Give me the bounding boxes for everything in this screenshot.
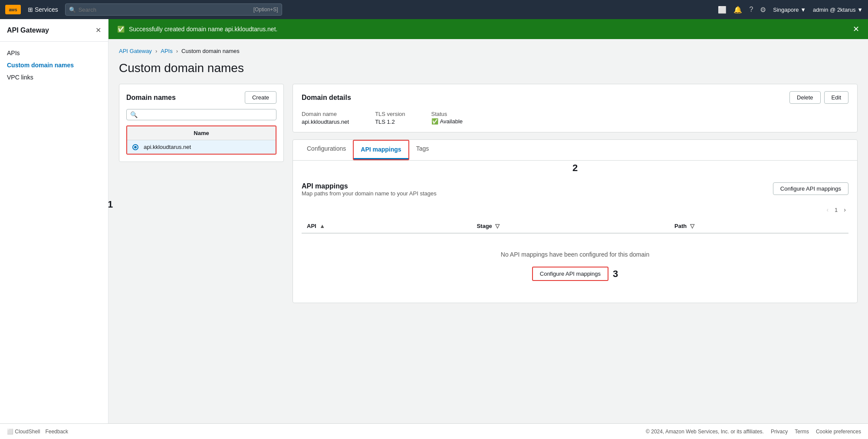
name-column-header: Name bbox=[127, 126, 276, 140]
path-column-header[interactable]: Path ▽ bbox=[669, 219, 848, 233]
breadcrumb-sep-1: › bbox=[155, 48, 157, 54]
domain-search-box[interactable]: 🔍 bbox=[126, 109, 276, 120]
pagination: ‹ 1 › bbox=[302, 205, 848, 214]
bell-icon[interactable]: 🔔 bbox=[733, 6, 742, 14]
domain-info-grid: Domain name api.kkloudtarus.net TLS vers… bbox=[302, 111, 848, 125]
services-menu[interactable]: ⊞ Services bbox=[24, 4, 62, 15]
right-panel: Domain details Delete Edit Domain name a… bbox=[293, 84, 858, 303]
domain-name-text: api.kkloudtarus.net bbox=[144, 144, 191, 150]
region-selector[interactable]: Singapore ▼ bbox=[773, 7, 806, 13]
terms-link[interactable]: Terms bbox=[795, 429, 809, 435]
next-page-button[interactable]: › bbox=[841, 205, 848, 214]
sidebar-title: API Gateway bbox=[7, 26, 49, 34]
annotation-1: 1 bbox=[108, 199, 113, 210]
success-banner: ✅ Successfully created domain name api.k… bbox=[108, 19, 868, 39]
breadcrumb-current: Custom domain names bbox=[181, 48, 240, 54]
sidebar-header: API Gateway ✕ bbox=[0, 26, 108, 42]
check-icon: ✅ bbox=[117, 26, 125, 33]
domain-table-container: Name api.kkloudtarus.net bbox=[126, 125, 276, 155]
delete-button[interactable]: Delete bbox=[789, 91, 821, 104]
search-input[interactable] bbox=[79, 7, 251, 13]
grid-icon: ⊞ bbox=[28, 6, 33, 13]
path-sort-icon: ▽ bbox=[690, 223, 694, 229]
breadcrumb-apis[interactable]: APIs bbox=[161, 48, 172, 54]
breadcrumb: API Gateway › APIs › Custom domain names bbox=[119, 48, 858, 54]
domain-names-header: Domain names Create bbox=[126, 91, 276, 104]
terminal-icon[interactable]: ⬜ bbox=[718, 6, 727, 14]
sidebar: API Gateway ✕ APIs Custom domain names V… bbox=[0, 19, 108, 439]
feedback-link[interactable]: Feedback bbox=[45, 429, 68, 435]
breadcrumb-sep-2: › bbox=[176, 48, 178, 54]
sidebar-nav: APIs Custom domain names VPC links bbox=[0, 47, 108, 83]
breadcrumb-api-gateway[interactable]: API Gateway bbox=[119, 48, 152, 54]
domain-list-item[interactable]: api.kkloudtarus.net bbox=[127, 140, 276, 154]
status-field: Status ✅ Available bbox=[431, 111, 463, 125]
tabs-header: Configurations API mappings Tags bbox=[293, 140, 857, 161]
domain-names-title: Domain names bbox=[126, 94, 176, 102]
annotation-3: 3 bbox=[613, 268, 618, 280]
sidebar-item-apis[interactable]: APIs bbox=[0, 47, 108, 59]
api-mappings-title: API mappings bbox=[302, 182, 437, 190]
domain-search-input[interactable] bbox=[140, 112, 273, 118]
stage-column-header[interactable]: Stage ▽ bbox=[471, 219, 669, 233]
status-label: Status bbox=[431, 111, 463, 117]
question-icon[interactable]: ? bbox=[749, 6, 753, 13]
tab-content-api-mappings: API mappings Map paths from your domain … bbox=[293, 174, 857, 303]
domain-details-card: Domain details Delete Edit Domain name a… bbox=[293, 84, 858, 132]
tab-api-mappings[interactable]: API mappings bbox=[354, 141, 408, 159]
bottom-bar: ⬜ CloudShell Feedback © 2024, Amazon Web… bbox=[0, 423, 868, 439]
stage-sort-icon: ▽ bbox=[495, 223, 500, 229]
configure-api-mappings-bottom-button[interactable]: Configure API mappings bbox=[532, 267, 608, 281]
sidebar-close-button[interactable]: ✕ bbox=[95, 26, 101, 34]
page-number: 1 bbox=[835, 207, 838, 213]
domain-details-title: Domain details bbox=[302, 94, 351, 102]
success-message: Successfully created domain name api.kkl… bbox=[129, 26, 277, 33]
settings-icon[interactable]: ⚙ bbox=[760, 6, 766, 14]
cookie-preferences-link[interactable]: Cookie preferences bbox=[816, 429, 861, 435]
domain-details-actions: Delete Edit bbox=[789, 91, 848, 104]
search-icon: 🔍 bbox=[69, 7, 76, 13]
tls-version-field: TLS version TLS 1.2 bbox=[375, 111, 405, 125]
tls-value: TLS 1.2 bbox=[375, 119, 395, 125]
aws-logo: aws bbox=[5, 5, 21, 14]
configure-api-mappings-top-button[interactable]: Configure API mappings bbox=[773, 182, 848, 195]
api-column-header[interactable]: API ▲ bbox=[302, 219, 471, 233]
banner-close-button[interactable]: ✕ bbox=[853, 24, 859, 34]
user-menu[interactable]: admin @ 2ktarus ▼ bbox=[813, 7, 863, 13]
sidebar-item-custom-domain-names[interactable]: Custom domain names bbox=[0, 59, 108, 71]
create-button[interactable]: Create bbox=[245, 91, 276, 104]
radio-selected bbox=[132, 144, 138, 150]
sidebar-item-vpc-links[interactable]: VPC links bbox=[0, 71, 108, 83]
cloudshell-button[interactable]: ⬜ CloudShell bbox=[7, 429, 40, 435]
empty-mappings-message: No API mappings have been configured for… bbox=[302, 234, 848, 267]
configure-center-area: Configure API mappings 3 bbox=[302, 267, 848, 294]
tab-tags[interactable]: Tags bbox=[409, 140, 436, 160]
check-circle-icon: ✅ bbox=[431, 118, 438, 125]
edit-button[interactable]: Edit bbox=[824, 91, 848, 104]
domain-name-value: api.kkloudtarus.net bbox=[302, 119, 349, 125]
api-mappings-description: Map paths from your domain name to your … bbox=[302, 190, 437, 197]
tab-configurations[interactable]: Configurations bbox=[300, 140, 353, 160]
privacy-link[interactable]: Privacy bbox=[771, 429, 788, 435]
tls-label: TLS version bbox=[375, 111, 405, 117]
domain-details-header: Domain details Delete Edit bbox=[302, 91, 848, 104]
main-content: ✅ Successfully created domain name api.k… bbox=[108, 19, 868, 439]
top-navigation: aws ⊞ Services 🔍 [Option+S] ⬜ 🔔 ? ⚙ Sing… bbox=[0, 0, 868, 19]
prev-page-button[interactable]: ‹ bbox=[824, 205, 831, 214]
search-bar[interactable]: 🔍 [Option+S] bbox=[65, 3, 282, 16]
left-panel: Domain names Create 🔍 bbox=[119, 84, 284, 162]
tabs-card: Configurations API mappings Tags 2 bbox=[293, 139, 858, 303]
search-icon-left: 🔍 bbox=[130, 111, 138, 118]
annotation-2: 2 bbox=[293, 161, 857, 174]
domain-name-field: Domain name api.kkloudtarus.net bbox=[302, 111, 349, 125]
status-badge: ✅ Available bbox=[431, 118, 463, 125]
api-sort-icon: ▲ bbox=[319, 223, 325, 229]
api-mappings-table: API ▲ Stage ▽ Path bbox=[302, 219, 848, 234]
domain-name-label: Domain name bbox=[302, 111, 349, 117]
page-title: Custom domain names bbox=[119, 61, 858, 75]
tab-api-mappings-wrapper: API mappings bbox=[353, 140, 409, 160]
terminal-small-icon: ⬜ bbox=[7, 429, 13, 435]
api-mappings-section-header: API mappings Map paths from your domain … bbox=[302, 182, 848, 204]
copyright-text: © 2024, Amazon Web Services, Inc. or its… bbox=[646, 429, 764, 435]
